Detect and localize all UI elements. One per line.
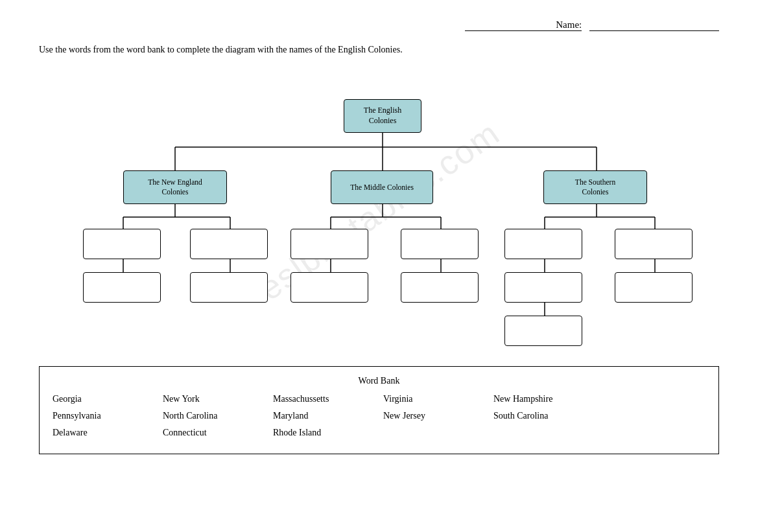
mid-blank-1[interactable]: [290, 229, 368, 259]
word-bank: Word Bank Georgia New York Massachussett…: [39, 366, 719, 454]
south-blank-1[interactable]: [504, 229, 582, 259]
middle-colonies-node: The Middle Colonies: [331, 170, 433, 204]
wb-georgia: Georgia: [53, 394, 163, 404]
instructions: Use the words from the word bank to comp…: [39, 43, 719, 56]
mid-blank-4[interactable]: [401, 272, 479, 303]
south-blank-5[interactable]: [504, 316, 582, 346]
name-field[interactable]: [589, 19, 719, 31]
wb-new-jersey: New Jersey: [383, 411, 493, 421]
name-label: Name:: [465, 19, 582, 31]
ne-blank-3[interactable]: [83, 272, 161, 303]
wb-new-hampshire: New Hampshire: [493, 394, 604, 404]
root-node: The English Colonies: [344, 99, 421, 133]
south-blank-2[interactable]: [615, 229, 693, 259]
wb-pennsylvania: Pennsylvania: [53, 411, 163, 421]
ne-blank-2[interactable]: [190, 229, 268, 259]
word-bank-row-1: Georgia New York Massachussetts Virginia…: [53, 394, 705, 404]
ne-blank-4[interactable]: [190, 272, 268, 303]
word-bank-row-2: Pennsylvania North Carolina Maryland New…: [53, 411, 705, 421]
wb-virginia: Virginia: [383, 394, 493, 404]
wb-massachussetts: Massachussetts: [273, 394, 383, 404]
wb-connecticut: Connecticut: [163, 428, 273, 438]
wb-new-york: New York: [163, 394, 273, 404]
southern-colonies-node: The Southern Colonies: [543, 170, 647, 204]
wb-rhode-island: Rhode Island: [273, 428, 383, 438]
wb-south-carolina: South Carolina: [493, 411, 604, 421]
south-blank-4[interactable]: [615, 272, 693, 303]
south-blank-3[interactable]: [504, 272, 582, 303]
mid-blank-3[interactable]: [290, 272, 368, 303]
wb-delaware: Delaware: [53, 428, 163, 438]
name-line: Name:: [39, 19, 719, 31]
wb-maryland: Maryland: [273, 411, 383, 421]
word-bank-row-3: Delaware Connecticut Rhode Island: [53, 428, 705, 438]
mid-blank-2[interactable]: [401, 229, 479, 259]
word-bank-title: Word Bank: [53, 376, 705, 386]
new-england-node: The New England Colonies: [123, 170, 227, 204]
diagram: eslprintables.com: [39, 75, 719, 347]
wb-north-carolina: North Carolina: [163, 411, 273, 421]
ne-blank-1[interactable]: [83, 229, 161, 259]
